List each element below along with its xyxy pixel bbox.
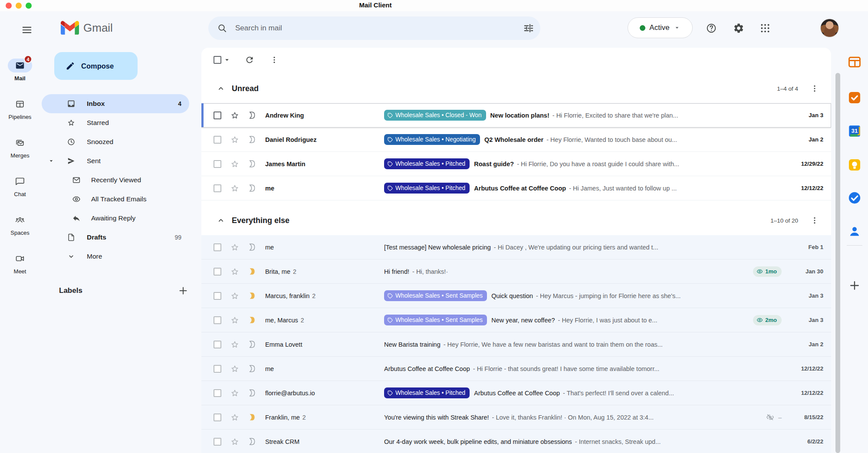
status-dropdown[interactable]: Active xyxy=(628,17,693,38)
streak-box-icon[interactable] xyxy=(247,437,256,446)
sidebar-item-all-tracked-emails[interactable]: All Tracked Emails xyxy=(42,190,189,209)
row-checkbox[interactable] xyxy=(214,316,221,324)
streak-box-icon[interactable] xyxy=(247,315,256,325)
google-calendar-icon[interactable] xyxy=(847,124,862,138)
streak-box-icon[interactable] xyxy=(247,291,256,300)
row-checkbox[interactable] xyxy=(214,268,221,276)
star-icon[interactable] xyxy=(230,184,240,193)
streak-box-icon[interactable] xyxy=(247,159,256,168)
sidebar-item-more[interactable]: More xyxy=(42,247,189,266)
nav-item-chat[interactable]: Chat xyxy=(0,174,40,207)
pipeline-stage-badge[interactable]: Wholesale Sales • Pitched xyxy=(384,158,470,169)
streak-box-icon[interactable] xyxy=(247,388,256,397)
close-button[interactable] xyxy=(6,3,12,9)
help-button[interactable] xyxy=(706,23,717,34)
streak-box-icon[interactable] xyxy=(247,413,256,422)
row-checkbox[interactable] xyxy=(214,136,221,144)
search-input[interactable] xyxy=(235,24,523,33)
pipeline-stage-badge[interactable]: Wholesale Sales • Negotiating xyxy=(384,134,480,145)
google-apps-grid-button[interactable] xyxy=(760,23,771,34)
streak-box-icon[interactable] xyxy=(247,184,256,193)
star-icon[interactable] xyxy=(230,388,240,398)
star-icon[interactable] xyxy=(230,340,240,349)
star-icon[interactable] xyxy=(230,364,240,374)
refresh-button[interactable] xyxy=(245,55,254,65)
star-icon[interactable] xyxy=(230,291,240,301)
more-options-button[interactable] xyxy=(270,56,279,64)
search-icon[interactable] xyxy=(217,23,227,33)
gmail-logo[interactable]: Gmail xyxy=(61,21,113,35)
streak-box-icon[interactable] xyxy=(247,267,256,276)
star-icon[interactable] xyxy=(230,267,240,276)
pipeline-stage-badge[interactable]: Wholesale Sales • Pitched xyxy=(384,183,470,194)
sidebar-item-recently-viewed[interactable]: Recently Viewed xyxy=(42,171,189,190)
search-bar[interactable] xyxy=(208,16,540,40)
email-row[interactable]: me [Test message] New wholesale pricing … xyxy=(201,235,831,259)
select-all-checkbox[interactable] xyxy=(214,56,221,64)
email-row[interactable]: Andrew King Wholesale Sales • Closed - W… xyxy=(201,103,831,128)
email-row[interactable]: Marcus, franklin2 Wholesale Sales • Sent… xyxy=(201,284,831,308)
streak-box-icon[interactable] xyxy=(247,243,256,252)
row-checkbox[interactable] xyxy=(214,341,221,348)
pipeline-stage-badge[interactable]: Wholesale Sales • Pitched xyxy=(384,387,470,398)
google-keep-icon[interactable] xyxy=(847,158,862,172)
email-row[interactable]: Franklin, me2 You're viewing this with S… xyxy=(201,405,831,430)
nav-item-meet[interactable]: Meet xyxy=(0,252,40,284)
list-scrollbar[interactable] xyxy=(835,73,840,453)
search-filters-icon[interactable] xyxy=(523,23,534,34)
pipeline-stage-badge[interactable]: Wholesale Sales • Sent Samples xyxy=(384,315,487,325)
pipeline-stage-badge[interactable]: Wholesale Sales • Closed - Won xyxy=(384,110,486,121)
sidebar-item-inbox[interactable]: Inbox 4 xyxy=(42,94,189,113)
streak-tasks-icon[interactable] xyxy=(847,90,862,105)
section-menu-icon[interactable] xyxy=(810,84,819,93)
email-row[interactable]: me Arbutus Coffee at Coffee Coop Hi Flor… xyxy=(201,357,831,381)
streak-box-icon[interactable] xyxy=(247,111,256,120)
row-checkbox[interactable] xyxy=(214,112,221,119)
email-row[interactable]: me Wholesale Sales • Pitched Arbutus Cof… xyxy=(201,176,831,200)
collapse-section-icon[interactable] xyxy=(216,216,226,225)
row-checkbox[interactable] xyxy=(214,184,221,192)
email-row[interactable]: florrie@arbutus.io Wholesale Sales • Pit… xyxy=(201,381,831,405)
email-row[interactable]: Emma Lovett New Barista training Hey Flo… xyxy=(201,332,831,357)
sidebar-item-starred[interactable]: Starred xyxy=(42,113,189,132)
nav-item-mail[interactable]: 4 Mail xyxy=(0,59,40,91)
create-label-button[interactable] xyxy=(178,286,188,296)
pipeline-stage-badge[interactable]: Wholesale Sales • Sent Samples xyxy=(384,290,487,301)
expander-icon[interactable] xyxy=(48,158,55,164)
row-checkbox[interactable] xyxy=(214,243,221,251)
minimize-button[interactable] xyxy=(16,3,22,9)
get-add-ons-button[interactable] xyxy=(848,279,861,292)
row-checkbox[interactable] xyxy=(214,160,221,168)
row-checkbox[interactable] xyxy=(214,414,221,421)
streak-box-icon[interactable] xyxy=(247,135,256,144)
user-avatar[interactable] xyxy=(820,19,839,37)
google-tasks-icon[interactable] xyxy=(847,190,862,205)
streak-box-icon[interactable] xyxy=(247,364,256,373)
fullscreen-button[interactable] xyxy=(26,3,32,9)
settings-gear-button[interactable] xyxy=(733,23,744,34)
nav-item-merges[interactable]: Merges xyxy=(0,136,40,168)
nav-item-spaces[interactable]: Spaces xyxy=(0,213,40,245)
email-row[interactable]: Brita, me2 Hi friend! Hi, thanks!· 1mo J… xyxy=(201,259,831,284)
row-checkbox[interactable] xyxy=(214,292,221,300)
sidebar-item-awaiting-reply[interactable]: Awaiting Reply xyxy=(42,209,189,228)
star-icon[interactable] xyxy=(230,243,240,252)
star-icon[interactable] xyxy=(230,413,240,422)
star-icon[interactable] xyxy=(230,135,240,144)
nav-item-pipelines[interactable]: Pipelines xyxy=(0,97,40,129)
google-contacts-icon[interactable] xyxy=(847,224,862,239)
sidebar-item-snoozed[interactable]: Snoozed xyxy=(42,132,189,151)
select-dropdown-icon[interactable] xyxy=(223,56,231,64)
email-row[interactable]: Daniel Rodriguez Wholesale Sales • Negot… xyxy=(201,128,831,152)
row-checkbox[interactable] xyxy=(214,365,221,373)
streak-pipelines-icon[interactable] xyxy=(847,55,862,69)
collapse-section-icon[interactable] xyxy=(216,84,226,93)
sidebar-item-sent[interactable]: Sent xyxy=(42,151,189,171)
email-row[interactable]: James Martin Wholesale Sales • Pitched R… xyxy=(201,152,831,176)
email-row[interactable]: Streak CRM Our 4-day work week, bulk pip… xyxy=(201,430,831,453)
compose-button[interactable]: Compose xyxy=(54,52,138,80)
star-icon[interactable] xyxy=(230,437,240,446)
sidebar-item-drafts[interactable]: Drafts 99 xyxy=(42,228,189,247)
streak-box-icon[interactable] xyxy=(247,340,256,349)
section-menu-icon[interactable] xyxy=(810,216,819,225)
